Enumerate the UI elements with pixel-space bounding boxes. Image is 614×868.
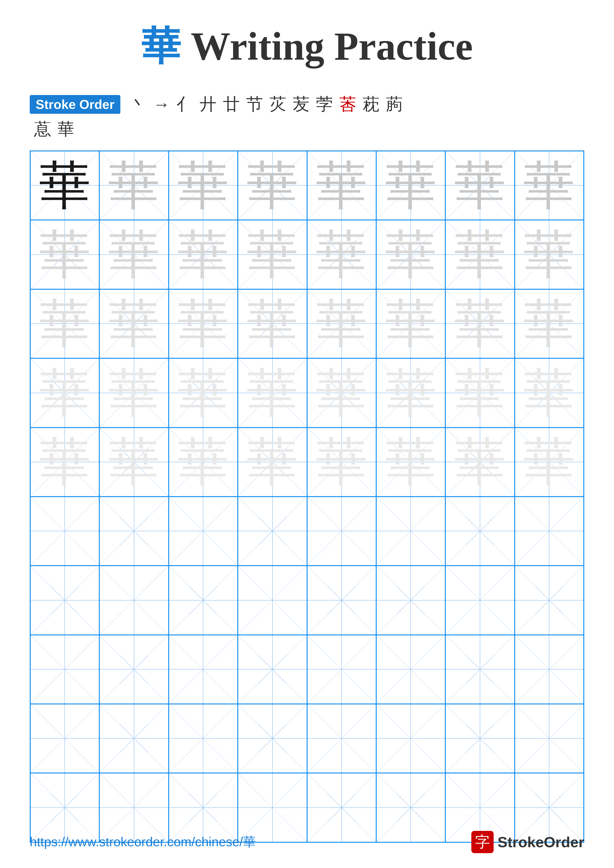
grid-row-4: 華華華華華華華華	[30, 428, 584, 497]
grid-cell-6-0[interactable]	[30, 566, 99, 635]
grid-cell-3-0[interactable]: 華	[30, 358, 99, 427]
grid-char-0-7: 華	[523, 160, 575, 212]
grid-cell-4-7[interactable]: 華	[515, 428, 584, 497]
grid-cell-8-7[interactable]	[515, 704, 584, 773]
stroke-step-14: 華	[58, 118, 74, 141]
stroke-step-2: →	[153, 95, 170, 114]
grid-cell-7-0[interactable]	[30, 635, 99, 704]
grid-cell-5-5[interactable]	[376, 497, 445, 566]
grid-cell-0-3[interactable]: 華	[238, 151, 307, 220]
grid-cell-7-4[interactable]	[307, 635, 376, 704]
grid-cell-1-1[interactable]: 華	[99, 220, 168, 289]
grid-cell-8-5[interactable]	[376, 704, 445, 773]
grid-cell-4-0[interactable]: 華	[30, 428, 99, 497]
grid-cell-4-6[interactable]: 華	[445, 428, 515, 497]
grid-cell-1-0[interactable]: 華	[30, 220, 99, 289]
grid-cell-2-4[interactable]: 華	[307, 289, 376, 358]
practice-grid: 華華華華華華華華華華華華華華華華華華華華華華華華華華華華華華華華華華華華華華華華	[30, 150, 584, 843]
grid-char-0-6: 華	[454, 160, 506, 212]
grid-cell-0-0[interactable]: 華	[30, 151, 99, 220]
grid-cell-8-1[interactable]	[99, 704, 168, 773]
grid-cell-1-2[interactable]: 華	[169, 220, 238, 289]
grid-cell-6-2[interactable]	[169, 566, 238, 635]
grid-char-3-2: 華	[177, 367, 229, 419]
grid-char-1-6: 華	[454, 229, 506, 281]
stroke-step-5: 廿	[223, 93, 240, 116]
grid-cell-0-7[interactable]: 華	[515, 151, 584, 220]
grid-char-0-1: 華	[108, 160, 160, 212]
grid-char-2-3: 華	[246, 298, 298, 350]
grid-cell-6-1[interactable]	[99, 566, 168, 635]
grid-char-1-7: 華	[523, 229, 575, 281]
stroke-step-11: 萙	[362, 93, 379, 116]
grid-cell-7-3[interactable]	[238, 635, 307, 704]
stroke-step-10: 莕	[339, 93, 356, 116]
grid-cell-1-4[interactable]: 華	[307, 220, 376, 289]
grid-cell-2-5[interactable]: 華	[376, 289, 445, 358]
grid-cell-3-5[interactable]: 華	[376, 358, 445, 427]
grid-cell-7-6[interactable]	[445, 635, 515, 704]
grid-cell-2-7[interactable]: 華	[515, 289, 584, 358]
grid-cell-0-1[interactable]: 華	[99, 151, 168, 220]
grid-cell-2-1[interactable]: 華	[99, 289, 168, 358]
grid-cell-4-5[interactable]: 華	[376, 428, 445, 497]
grid-cell-3-1[interactable]: 華	[99, 358, 168, 427]
grid-cell-5-7[interactable]	[515, 497, 584, 566]
grid-cell-1-3[interactable]: 華	[238, 220, 307, 289]
stroke-order-row-1: Stroke Order 丶 → 亻 廾 廿 节 苂 苃 茡 莕 萙 葋	[30, 93, 584, 116]
grid-cell-7-7[interactable]	[515, 635, 584, 704]
grid-cell-4-3[interactable]: 華	[238, 428, 307, 497]
grid-cell-0-6[interactable]: 華	[445, 151, 515, 220]
grid-cell-5-1[interactable]	[99, 497, 168, 566]
grid-cell-1-5[interactable]: 華	[376, 220, 445, 289]
grid-cell-8-2[interactable]	[169, 704, 238, 773]
grid-cell-8-3[interactable]	[238, 704, 307, 773]
grid-cell-5-4[interactable]	[307, 497, 376, 566]
grid-row-2: 華華華華華華華華	[30, 289, 584, 358]
grid-cell-2-0[interactable]: 華	[30, 289, 99, 358]
footer-url[interactable]: https://www.strokeorder.com/chinese/華	[30, 833, 256, 851]
grid-cell-6-6[interactable]	[445, 566, 515, 635]
grid-cell-1-7[interactable]: 華	[515, 220, 584, 289]
stroke-step-1: 丶	[130, 93, 147, 116]
grid-cell-4-2[interactable]: 華	[169, 428, 238, 497]
grid-cell-7-5[interactable]	[376, 635, 445, 704]
grid-cell-1-6[interactable]: 華	[445, 220, 515, 289]
grid-char-2-2: 華	[177, 298, 229, 350]
grid-cell-7-2[interactable]	[169, 635, 238, 704]
grid-cell-5-0[interactable]	[30, 497, 99, 566]
grid-cell-6-7[interactable]	[515, 566, 584, 635]
grid-cell-3-3[interactable]: 華	[238, 358, 307, 427]
grid-cell-7-1[interactable]	[99, 635, 168, 704]
grid-cell-3-4[interactable]: 華	[307, 358, 376, 427]
grid-cell-8-0[interactable]	[30, 704, 99, 773]
grid-cell-5-6[interactable]	[445, 497, 515, 566]
grid-cell-3-6[interactable]: 華	[445, 358, 515, 427]
grid-char-1-0: 華	[39, 229, 91, 281]
grid-cell-6-4[interactable]	[307, 566, 376, 635]
grid-cell-0-2[interactable]: 華	[169, 151, 238, 220]
grid-cell-3-7[interactable]: 華	[515, 358, 584, 427]
grid-cell-2-6[interactable]: 華	[445, 289, 515, 358]
grid-row-3: 華華華華華華華華	[30, 358, 584, 427]
grid-char-1-2: 華	[177, 229, 229, 281]
grid-cell-2-3[interactable]: 華	[238, 289, 307, 358]
grid-cell-5-2[interactable]	[169, 497, 238, 566]
grid-cell-0-5[interactable]: 華	[376, 151, 445, 220]
grid-cell-4-4[interactable]: 華	[307, 428, 376, 497]
grid-char-0-3: 華	[246, 160, 298, 212]
grid-cell-2-2[interactable]: 華	[169, 289, 238, 358]
grid-char-1-3: 華	[246, 229, 298, 281]
grid-cell-6-5[interactable]	[376, 566, 445, 635]
grid-cell-8-6[interactable]	[445, 704, 515, 773]
grid-char-3-5: 華	[385, 367, 437, 419]
page: 華 Writing Practice Stroke Order 丶 → 亻 廾 …	[0, 0, 614, 868]
grid-cell-4-1[interactable]: 華	[99, 428, 168, 497]
grid-cell-5-3[interactable]	[238, 497, 307, 566]
grid-cell-6-3[interactable]	[238, 566, 307, 635]
grid-char-0-2: 華	[177, 160, 229, 212]
stroke-order-section: Stroke Order 丶 → 亻 廾 廿 节 苂 苃 茡 莕 萙 葋 蒠 華	[30, 93, 584, 141]
grid-cell-8-4[interactable]	[307, 704, 376, 773]
grid-cell-0-4[interactable]: 華	[307, 151, 376, 220]
grid-cell-3-2[interactable]: 華	[169, 358, 238, 427]
